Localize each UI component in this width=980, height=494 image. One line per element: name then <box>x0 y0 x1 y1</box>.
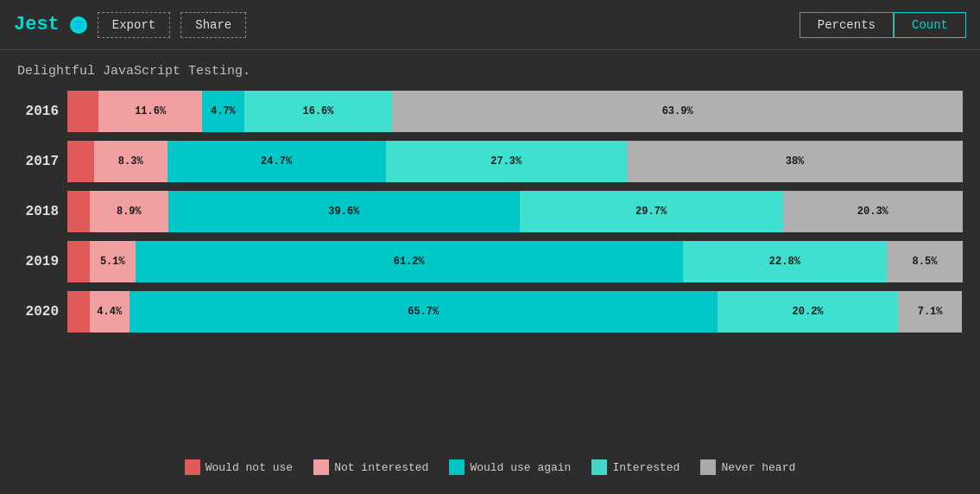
segment-would-use-again: 24.7% <box>168 141 386 182</box>
legend-swatch-would-not-use <box>185 459 200 475</box>
segment-would-use-again: 39.6% <box>168 191 520 232</box>
segment-would-use-again: 61.2% <box>136 241 683 282</box>
app-container: Jest 🌐 Export Share Percents Count Delig… <box>0 0 980 494</box>
header-right: Percents Count <box>800 12 966 38</box>
year-label: 2018 <box>17 204 59 219</box>
content: Delightful JavaScript Testing. 201611.6%… <box>0 50 980 494</box>
chart-area: 201611.6%4.7%16.6%63.9%20178.3%24.7%27.3… <box>17 91 963 440</box>
segment-would-not-use <box>67 291 90 332</box>
legend-item-not-interested: Not interested <box>313 459 428 475</box>
logo-text: Jest <box>14 14 60 35</box>
segment-not-interested: 8.3% <box>94 141 168 182</box>
share-button[interactable]: Share <box>180 12 246 38</box>
segment-never-heard: 38% <box>627 141 963 182</box>
bar-container: 11.6%4.7%16.6%63.9% <box>67 91 963 132</box>
segment-would-not-use <box>67 91 98 132</box>
segment-interested: 27.3% <box>386 141 627 182</box>
segment-not-interested: 4.4% <box>90 291 130 332</box>
segment-never-heard: 7.1% <box>898 291 962 332</box>
year-label: 2019 <box>17 254 59 269</box>
legend-swatch-never-heard <box>700 459 716 475</box>
chart-row: 201611.6%4.7%16.6%63.9% <box>17 91 963 132</box>
chart-row: 20178.3%24.7%27.3%38% <box>17 141 963 182</box>
segment-not-interested: 5.1% <box>90 241 136 282</box>
segment-would-use-again: 4.7% <box>202 91 244 132</box>
chart-row: 20188.9%39.6%29.7%20.3% <box>17 191 963 232</box>
bar-container: 8.3%24.7%27.3%38% <box>67 141 963 182</box>
segment-never-heard: 8.5% <box>887 241 963 282</box>
year-label: 2016 <box>17 104 59 119</box>
legend-label-would-use-again: Would use again <box>470 461 571 474</box>
legend-label-interested: Interested <box>612 461 680 474</box>
header: Jest 🌐 Export Share Percents Count <box>0 0 980 50</box>
legend-item-never-heard: Never heard <box>700 459 795 475</box>
segment-interested: 29.7% <box>520 191 783 232</box>
segment-would-not-use <box>67 191 90 232</box>
segment-not-interested: 11.6% <box>98 91 202 132</box>
legend-swatch-not-interested <box>313 459 329 475</box>
bar-container: 5.1%61.2%22.8%8.5% <box>67 241 963 282</box>
segment-would-use-again: 65.7% <box>130 291 718 332</box>
count-tab[interactable]: Count <box>894 12 966 38</box>
legend-swatch-interested <box>591 459 607 475</box>
bar-container: 8.9%39.6%29.7%20.3% <box>67 191 963 232</box>
header-left: Jest 🌐 Export Share <box>14 12 800 38</box>
logo-icon: 🌐 <box>70 16 87 34</box>
chart-row: 20195.1%61.2%22.8%8.5% <box>17 241 963 282</box>
segment-not-interested: 8.9% <box>90 191 168 232</box>
legend-item-interested: Interested <box>591 459 680 475</box>
legend-label-would-not-use: Would not use <box>205 461 293 474</box>
legend-item-would-use-again: Would use again <box>449 459 571 475</box>
segment-never-heard: 63.9% <box>392 91 963 132</box>
chart-row: 20204.4%65.7%20.2%7.1% <box>17 291 963 332</box>
year-label: 2017 <box>17 154 59 169</box>
legend-item-would-not-use: Would not use <box>185 459 293 475</box>
segment-interested: 22.8% <box>683 241 887 282</box>
year-label: 2020 <box>17 304 59 320</box>
legend-swatch-would-use-again <box>449 459 465 475</box>
legend: Would not useNot interestedWould use aga… <box>17 447 963 480</box>
subtitle: Delightful JavaScript Testing. <box>17 64 963 79</box>
bar-container: 4.4%65.7%20.2%7.1% <box>67 291 963 332</box>
segment-would-not-use <box>67 141 94 182</box>
segment-would-not-use <box>67 241 90 282</box>
legend-label-not-interested: Not interested <box>334 461 428 474</box>
legend-label-never-heard: Never heard <box>721 461 795 474</box>
percents-tab[interactable]: Percents <box>800 12 894 38</box>
segment-interested: 16.6% <box>244 91 393 132</box>
export-button[interactable]: Export <box>98 12 170 38</box>
segment-interested: 20.2% <box>718 291 898 332</box>
segment-never-heard: 20.3% <box>783 191 963 232</box>
